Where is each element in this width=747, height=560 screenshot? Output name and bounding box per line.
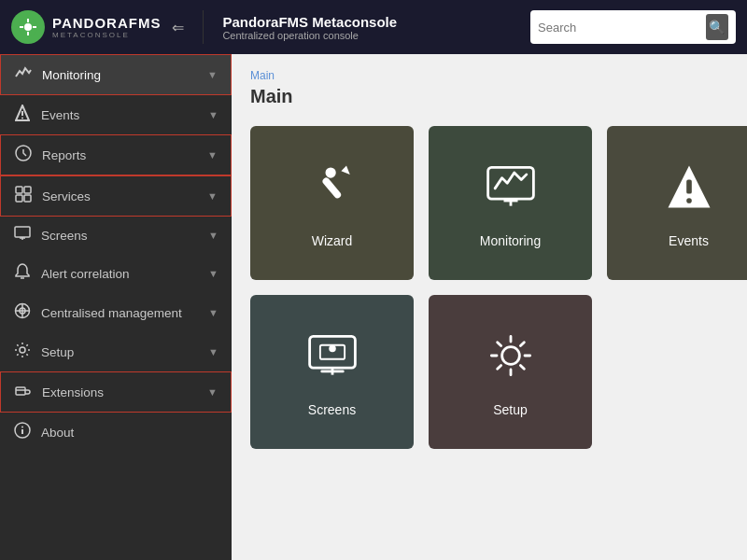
reports-icon <box>14 145 33 165</box>
page-title: Main <box>250 86 728 107</box>
sidebar-item-setup[interactable]: Setup ▼ <box>0 332 232 371</box>
events-card-icon <box>661 159 717 222</box>
svg-rect-14 <box>15 227 30 237</box>
svg-point-27 <box>21 427 23 428</box>
services-icon <box>14 186 33 206</box>
app-title: PandoraFMS Metaconsole <box>222 14 397 30</box>
svg-rect-23 <box>16 387 25 395</box>
events-card[interactable]: Events <box>607 126 747 280</box>
header-divider <box>203 10 204 44</box>
sidebar-item-monitoring[interactable]: Monitoring ▼ <box>0 54 232 95</box>
svg-rect-35 <box>686 179 692 193</box>
header: PANDORAFMS METACONSOLE ⇐ PandoraFMS Meta… <box>0 0 747 54</box>
cards-grid: Wizard Monitoring <box>250 126 728 449</box>
app-tagline: METACONSOLE <box>52 31 161 39</box>
sidebar-item-reports[interactable]: Reports ▼ <box>0 134 232 175</box>
sidebar-item-services[interactable]: Services ▼ <box>0 175 232 217</box>
svg-rect-3 <box>27 32 29 35</box>
svg-rect-2 <box>27 19 29 22</box>
setup-card-icon <box>483 328 539 391</box>
screens-card-icon <box>304 328 360 391</box>
svg-point-36 <box>686 198 692 203</box>
screens-arrow-icon: ▼ <box>208 230 218 241</box>
svg-point-28 <box>325 167 335 177</box>
sidebar-item-centralised-management[interactable]: Centralised management ▼ <box>0 293 232 332</box>
monitoring-card-label: Monitoring <box>480 233 541 248</box>
wizard-card-label: Wizard <box>312 233 353 248</box>
screens-card-label: Screens <box>308 402 356 417</box>
events-card-label: Events <box>669 233 709 248</box>
sidebar-item-events-label: Events <box>41 108 199 122</box>
sidebar-item-about-label: About <box>41 426 218 440</box>
wizard-card[interactable]: Wizard <box>250 126 414 280</box>
svg-rect-29 <box>321 175 343 199</box>
sidebar-item-about[interactable]: About <box>0 413 232 452</box>
app-subtitle: Centralized operation console <box>222 30 397 41</box>
svg-rect-12 <box>16 195 22 202</box>
setup-card-label: Setup <box>493 402 528 417</box>
search-area: 🔍 <box>530 10 736 44</box>
logo-text: PANDORAFMS METACONSOLE <box>52 15 161 39</box>
sidebar-item-screens[interactable]: Screens ▼ <box>0 217 232 254</box>
sidebar-item-screens-label: Screens <box>41 229 199 243</box>
monitoring-icon <box>14 64 33 85</box>
header-title-area: PandoraFMS Metaconsole Centralized opera… <box>222 14 397 41</box>
svg-rect-31 <box>487 167 533 199</box>
extensions-arrow-icon: ▼ <box>207 386 218 398</box>
sidebar-item-setup-label: Setup <box>41 345 199 359</box>
search-input[interactable] <box>538 21 702 35</box>
events-arrow-icon: ▼ <box>208 109 218 120</box>
breadcrumb[interactable]: Main <box>250 69 728 82</box>
sidebar-item-alert-correlation[interactable]: Alert correlation ▼ <box>0 254 232 293</box>
logo-icon <box>11 10 45 44</box>
alert-correlation-icon <box>13 263 32 284</box>
monitoring-card[interactable]: Monitoring <box>429 126 592 280</box>
about-icon <box>13 422 32 442</box>
main-content: Main Main Wizard <box>232 54 747 560</box>
search-button[interactable]: 🔍 <box>706 14 728 40</box>
setup-sidebar-arrow-icon: ▼ <box>208 346 218 357</box>
setup-card[interactable]: Setup <box>429 295 592 449</box>
svg-rect-5 <box>33 26 36 28</box>
svg-point-39 <box>329 344 336 352</box>
screens-card[interactable]: Screens <box>250 295 414 449</box>
svg-rect-11 <box>24 187 31 193</box>
svg-marker-30 <box>341 165 349 174</box>
setup-sidebar-icon <box>13 342 32 362</box>
svg-point-22 <box>20 347 25 353</box>
monitoring-arrow-icon: ▼ <box>207 69 218 80</box>
svg-point-8 <box>21 118 23 119</box>
sidebar-item-services-label: Services <box>42 189 198 203</box>
svg-point-1 <box>24 23 32 31</box>
layout: Monitoring ▼ Events ▼ Reports ▼ Services… <box>0 54 747 560</box>
extensions-icon <box>14 382 33 402</box>
screens-icon <box>13 226 32 245</box>
reports-arrow-icon: ▼ <box>207 149 218 161</box>
sidebar-item-extensions-label: Extensions <box>42 385 198 399</box>
svg-point-42 <box>501 346 519 364</box>
svg-rect-13 <box>24 195 31 202</box>
events-icon <box>13 105 32 125</box>
monitoring-card-icon <box>483 159 539 222</box>
alert-correlation-arrow-icon: ▼ <box>208 268 218 279</box>
svg-rect-4 <box>20 26 23 28</box>
sidebar-item-centralised-management-label: Centralised management <box>41 306 199 320</box>
app-name: PANDORAFMS <box>52 15 161 31</box>
sidebar-item-extensions[interactable]: Extensions ▼ <box>0 371 232 413</box>
services-arrow-icon: ▼ <box>207 190 218 202</box>
centralised-management-arrow-icon: ▼ <box>208 307 218 318</box>
sidebar-item-monitoring-label: Monitoring <box>42 68 198 82</box>
sidebar-item-alert-correlation-label: Alert correlation <box>41 267 199 281</box>
sidebar-collapse-button[interactable]: ⇐ <box>172 19 184 36</box>
centralised-management-icon <box>13 302 32 323</box>
logo-area: PANDORAFMS METACONSOLE ⇐ <box>11 10 184 44</box>
sidebar: Monitoring ▼ Events ▼ Reports ▼ Services… <box>0 54 232 560</box>
svg-rect-10 <box>16 187 22 193</box>
wizard-icon <box>304 159 360 222</box>
sidebar-item-reports-label: Reports <box>42 148 198 162</box>
sidebar-item-events[interactable]: Events ▼ <box>0 95 232 134</box>
